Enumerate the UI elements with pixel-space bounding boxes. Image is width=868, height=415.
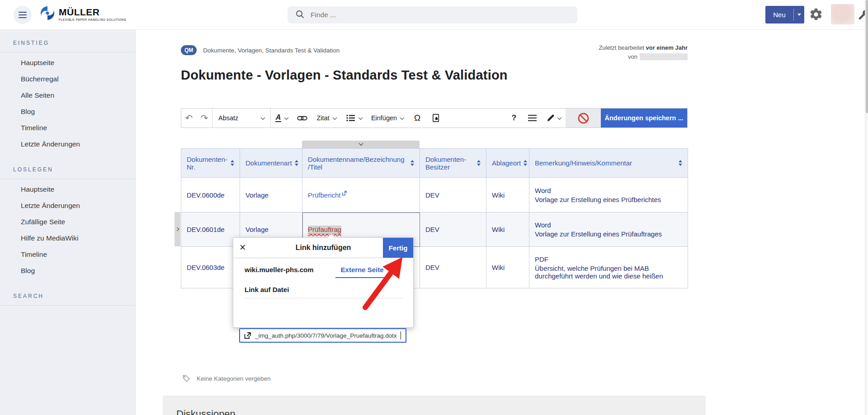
sort-icon[interactable]	[524, 160, 527, 166]
chevron-right-icon	[175, 227, 179, 231]
categories-bar: Keine Kategorien vergeben	[182, 374, 271, 382]
sidebar-item-hilfe-mediawiki[interactable]: Hilfe zu MediaWiki	[0, 230, 135, 246]
undo-button[interactable]: ↶	[181, 108, 197, 127]
sidebar-item-timeline-2[interactable]: Timeline	[0, 246, 135, 263]
table-header-row: Dokumenten-Nr. Dokumentenart Dokumentenn…	[181, 149, 688, 178]
logo-title: MÜLLER	[59, 7, 126, 17]
document-link[interactable]: Prüfbericht	[308, 191, 341, 199]
sidebar-item-hauptseite-2[interactable]: Hauptseite	[0, 181, 135, 198]
page-options-button[interactable]	[522, 108, 542, 127]
new-page-dropdown[interactable]	[794, 6, 804, 24]
chevron-down-icon	[557, 115, 562, 120]
sort-icon[interactable]	[295, 160, 298, 166]
col-header-dokumentenname[interactable]: Dokumentenname/Bezeichnung /Titel	[302, 149, 420, 178]
sidebar-item-letzte-aenderungen[interactable]: Letzte Änderungen	[0, 136, 135, 152]
col-header-dokumenten-nr[interactable]: Dokumenten-Nr.	[181, 149, 240, 178]
col-header-bemerkung[interactable]: Bemerkung/Hinweis/Kommentar	[529, 149, 688, 178]
no-entry-icon	[577, 112, 590, 124]
done-button[interactable]: Fertig	[383, 238, 413, 258]
column-context-handle[interactable]	[302, 141, 420, 148]
cancel-edit-button[interactable]	[566, 108, 601, 127]
special-character-button[interactable]: Ω	[408, 108, 426, 127]
scrollbar-thumb[interactable]	[866, 0, 868, 113]
tab-internal-wiki[interactable]: wiki.mueller-phs.com	[245, 266, 314, 274]
chevron-down-icon	[284, 115, 289, 120]
settings-button[interactable]	[809, 7, 824, 23]
url-value: _img_auth.php/3000/7/79/Vorlage_Pruefauf…	[255, 332, 397, 339]
paragraph-format-dropdown[interactable]: Absatz	[212, 108, 270, 127]
close-icon[interactable]: ×	[240, 241, 245, 254]
breadcrumb-text[interactable]: Dokumente, Vorlagen, Standards Test & Va…	[203, 47, 340, 54]
cell-name[interactable]: Prüfbericht	[302, 178, 420, 212]
namespace-badge[interactable]: QM	[181, 45, 197, 55]
cell-nr[interactable]: DEV.0603de	[181, 247, 240, 288]
help-button[interactable]: ?	[506, 108, 522, 127]
cite-dropdown[interactable]: Zitat	[311, 108, 341, 127]
link-icon	[297, 115, 307, 121]
main-menu-button[interactable]	[14, 6, 32, 24]
menu-icon	[528, 115, 537, 116]
text-cursor	[401, 331, 401, 340]
sidebar-item-letzte-aenderungen-2[interactable]: Letzte Änderungen	[0, 198, 135, 214]
cell-bemerkung[interactable]: Word Vorlage zur Erstellung eines Prüfbe…	[529, 178, 688, 212]
sort-icon[interactable]	[679, 160, 682, 166]
text-style-icon: A	[275, 114, 282, 123]
new-page-button[interactable]: Neu	[765, 6, 793, 24]
cell-nr[interactable]: DEV.0601de	[181, 212, 240, 247]
list-structure-dropdown[interactable]	[341, 108, 367, 127]
company-logo[interactable]: MÜLLER FLEXIBLE PAPER HANDLING SOLUTIONS	[40, 5, 126, 23]
sidebar-item-blog[interactable]: Blog	[0, 104, 135, 120]
cell-nr[interactable]: DEV.0600de	[181, 178, 240, 212]
link-button[interactable]	[292, 108, 311, 127]
insert-dropdown[interactable]: Einfügen	[367, 108, 408, 127]
page-drop-icon	[432, 113, 440, 123]
sidebar-item-blog-2[interactable]: Blog	[0, 263, 135, 279]
sort-icon[interactable]	[410, 160, 414, 166]
cell-bemerkung[interactable]: Word Vorlage zur Erstellung eines Prüfau…	[529, 212, 688, 247]
last-modified-info: Zuletzt bearbeitet vor einem Jahr von	[599, 43, 688, 61]
text-style-dropdown[interactable]: A	[271, 108, 292, 127]
caret-down-icon	[797, 14, 801, 16]
sidebar-item-hauptseite[interactable]: Hauptseite	[0, 55, 135, 71]
col-header-ablageort[interactable]: Ablageort	[486, 149, 529, 178]
cell-ablageort[interactable]: Wiki	[486, 178, 529, 212]
col-header-dokumentenart[interactable]: Dokumentenart	[240, 149, 302, 178]
sidebar-item-timeline[interactable]: Timeline	[0, 120, 135, 136]
cell-bemerkung[interactable]: PDF Übersicht, welche Prüfungen bei MAB …	[529, 247, 688, 288]
cell-art[interactable]: Vorlage	[240, 178, 302, 212]
new-page-split-button[interactable]: Neu	[765, 6, 804, 24]
url-input[interactable]: _img_auth.php/3000/7/79/Vorlage_Pruefauf…	[239, 328, 406, 343]
discussions-panel: Diskussionen	[163, 396, 706, 415]
cell-ablageort[interactable]: Wiki	[486, 212, 529, 247]
sidebar-item-buecherregal[interactable]: Bücherregal	[0, 71, 135, 87]
table-row: DEV.0600de Vorlage Prüfbericht DEV Wiki …	[181, 178, 688, 212]
add-link-dialog: × Link hinzufügen Fertig wiki.mueller-ph…	[233, 237, 414, 328]
selected-word[interactable]: Prüfauftrag	[308, 226, 341, 233]
sort-icon[interactable]	[231, 160, 234, 166]
cell-ablageort[interactable]: Wiki	[486, 247, 529, 288]
redo-button[interactable]: ↷	[197, 108, 212, 127]
row-context-handle[interactable]	[175, 212, 180, 246]
sidebar-item-zufaellige-seite[interactable]: Zufällige Seite	[0, 214, 135, 230]
editor-toolbar: ↶ ↷ Absatz A Zitat Einfügen Ω	[181, 108, 688, 128]
sort-icon[interactable]	[477, 160, 481, 166]
cell-besitzer[interactable]: DEV	[420, 178, 486, 212]
col-header-besitzer[interactable]: Dokumenten-Besitzer	[420, 149, 486, 178]
user-avatar[interactable]	[831, 4, 854, 24]
sidebar-section-loslegen: LOSLEGEN	[13, 166, 135, 173]
sidebar-section-einstieg: EINSTIEG	[13, 40, 135, 46]
page-settings-button[interactable]	[426, 108, 445, 127]
cell-besitzer[interactable]: DEV	[420, 247, 486, 288]
vertical-scrollbar[interactable]	[865, 0, 868, 415]
sidebar-item-alle-seiten[interactable]: Alle Seiten	[0, 87, 135, 104]
editing-mode-dropdown[interactable]	[542, 108, 566, 127]
search-input[interactable]	[311, 11, 546, 19]
cell-besitzer[interactable]: DEV	[420, 212, 486, 247]
logo-text: MÜLLER FLEXIBLE PAPER HANDLING SOLUTIONS	[59, 7, 126, 21]
last-modified-time: vor einem Jahr	[646, 44, 688, 51]
page-title: Dokumente - Vorlagen - Standards Test & …	[181, 68, 508, 83]
tab-external-site[interactable]: Externe Seite	[335, 266, 389, 278]
search-bar[interactable]	[288, 6, 577, 24]
save-changes-button[interactable]: Änderungen speichern ...	[601, 108, 687, 127]
dialog-tabs: wiki.mueller-phs.com Externe Seite	[245, 266, 402, 278]
